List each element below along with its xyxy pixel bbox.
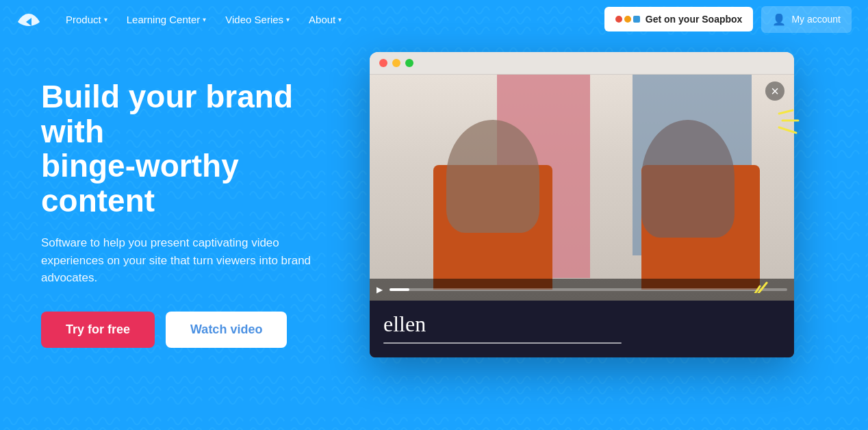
signature: ellen — [383, 312, 780, 337]
yellow-dot-icon — [624, 16, 631, 23]
sparkle-decoration-2 — [753, 259, 787, 296]
main-content: Build your brand with binge-worthy conte… — [0, 38, 868, 430]
nav-learning-center[interactable]: Learning Center ▾ — [118, 8, 215, 31]
try-free-button[interactable]: Try for free — [41, 312, 155, 348]
person-right — [641, 120, 735, 238]
browser-content: × ▶ — [370, 75, 794, 357]
close-button[interactable]: × — [765, 81, 784, 101]
browser-maximize-dot — [405, 59, 413, 67]
chevron-down-icon: ▾ — [338, 16, 342, 23]
chevron-down-icon: ▾ — [286, 16, 290, 23]
sparkle-decoration — [758, 107, 800, 151]
get-soapbox-button[interactable]: Get on your Soapbox — [604, 7, 754, 31]
video-caption-area: ellen — [370, 301, 794, 357]
hero-title: Build your brand with binge-worthy conte… — [41, 79, 356, 218]
navbar: Product ▾ Learning Center ▾ Video Series… — [0, 0, 868, 38]
account-icon: 👤 — [772, 13, 786, 26]
logo[interactable] — [16, 8, 41, 30]
signature-underline — [383, 342, 622, 344]
browser-toolbar — [370, 52, 794, 75]
nav-links: Product ▾ Learning Center ▾ Video Series… — [58, 8, 604, 31]
video-thumbnail: ▶ — [370, 75, 794, 301]
person-left — [446, 120, 539, 233]
video-play-bar: ▶ — [370, 279, 794, 301]
watch-video-button[interactable]: Watch video — [166, 312, 287, 348]
video-container: × ▶ — [370, 52, 827, 357]
video-progress-bar[interactable] — [390, 288, 787, 291]
my-account-button[interactable]: 👤 My account — [761, 6, 852, 33]
nav-video-series[interactable]: Video Series ▾ — [217, 8, 298, 31]
play-icon[interactable]: ▶ — [376, 285, 383, 294]
svg-line-2 — [779, 127, 796, 133]
chevron-down-icon: ▾ — [203, 16, 206, 23]
svg-line-0 — [779, 110, 793, 114]
blue-square-icon — [633, 16, 640, 23]
soapbox-brand-icons — [615, 16, 640, 23]
nav-about[interactable]: About ▾ — [301, 8, 350, 31]
video-progress-fill — [390, 288, 409, 291]
red-dot-icon — [615, 16, 622, 23]
hero-buttons: Try for free Watch video — [41, 312, 356, 348]
browser-minimize-dot — [392, 59, 400, 67]
hero-section: Build your brand with binge-worthy conte… — [41, 66, 356, 348]
hero-subtitle: Software to help you present captivating… — [41, 234, 315, 287]
browser-close-dot — [379, 59, 387, 67]
browser-window: × ▶ — [370, 52, 794, 357]
nav-product[interactable]: Product ▾ — [58, 8, 116, 31]
nav-actions: Get on your Soapbox 👤 My account — [604, 6, 852, 33]
chevron-down-icon: ▾ — [104, 16, 107, 23]
